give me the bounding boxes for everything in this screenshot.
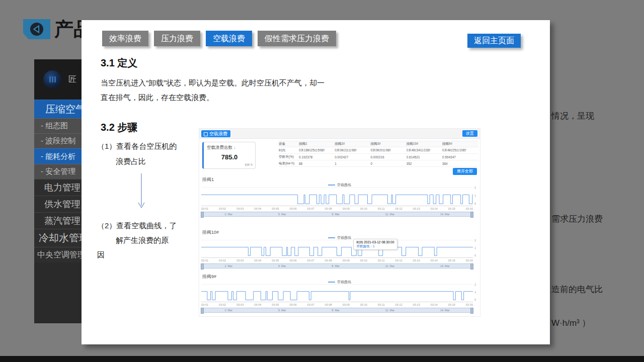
x-tick-label: 03-11 xyxy=(378,207,385,210)
table-cell: 0天18时25分59秒 xyxy=(299,148,335,153)
table-row: 空载率(%)0.1923780.0024270.0002160.6145210.… xyxy=(279,154,478,160)
tooltip-value: 空载曲线：1 xyxy=(356,244,394,248)
device-waste-table: 设备排阀1排阀2#排阀3#排阀10#排阀9#时间0天18时25分59秒0天0时1… xyxy=(279,141,478,167)
table-cell: 0.594347 xyxy=(442,155,478,159)
y-axis-ticks: 210 xyxy=(474,240,480,258)
slide-stage: 产品 匠 压缩空气- 组态图- 波段控制- 能耗分析- 安全管理电力管理供水管理… xyxy=(0,0,644,362)
table-cell: 1 xyxy=(335,162,370,165)
return-home-button[interactable]: 返回主页面 xyxy=(467,34,521,48)
x-tick-label: 03-02 xyxy=(219,303,226,306)
x-tick-label: 03-14 xyxy=(431,303,438,306)
steps-heading: 3.2 步骤 xyxy=(101,121,137,134)
idle-curve-line xyxy=(201,188,473,206)
x-tick-label: 03-05 xyxy=(272,207,279,210)
x-tick-label: 03-11 xyxy=(378,259,385,262)
x-tick-label: 03-15 xyxy=(448,259,455,262)
x-tick-label: 03-12 xyxy=(395,303,402,306)
expand-all-button[interactable]: 展开全部 xyxy=(453,168,477,175)
background-text-fragment: W·h/m³ ） xyxy=(551,317,590,329)
chart-navigator[interactable]: 2. Mar5. Mar8. Mar11. Mar14. Mar xyxy=(201,263,473,268)
x-tick-label: 03-13 xyxy=(413,303,420,306)
chart-navigator[interactable]: 2. Mar5. Mar8. Mar11. Mar14. Mar xyxy=(201,308,473,313)
step-2-line1: （2）查看空载曲线，了 xyxy=(97,218,177,233)
x-tick-label: 03-03 xyxy=(236,259,244,262)
dashboard-header: 空载浪费 设置 xyxy=(199,129,480,139)
step-2-text: （2）查看空载曲线，了 解产生浪费的原 因 xyxy=(97,218,177,262)
x-tick-label: 03-07 xyxy=(307,207,314,210)
table-row: 时间0天18时25分59秒0天0时11分9秒0天0时0分9秒0天4时34分22秒… xyxy=(279,147,478,154)
tab-item[interactable]: 压力浪费 xyxy=(154,31,200,46)
y-tick-label: 2 xyxy=(474,283,476,286)
back-icon[interactable] xyxy=(23,19,50,39)
table-cell: 0.192378 xyxy=(299,155,335,159)
down-arrow-icon xyxy=(136,172,147,213)
x-tick-label: 03-10 xyxy=(360,259,367,262)
x-tick-label: 03-16 xyxy=(466,259,473,262)
y-axis-ticks: 210 xyxy=(474,187,480,206)
x-tick-label: 03-07 xyxy=(307,303,314,306)
content-panel: 效率浪费压力浪费空载浪费假性需求压力浪费 返回主页面 3.1 定义 当空压机进入… xyxy=(82,20,550,344)
navigator-date-label: 14. Mar xyxy=(440,309,450,312)
idle-curve-line xyxy=(201,240,473,257)
y-tick-label: 2 xyxy=(474,239,476,242)
chart-navigator[interactable]: 2. Mar5. Mar8. Mar11. Mar14. Mar xyxy=(201,212,473,217)
x-tick-label: 03-08 xyxy=(325,207,332,210)
navigator-date-label: 14. Mar xyxy=(440,213,450,216)
x-tick-label: 03-09 xyxy=(343,259,350,262)
navigator-date-label: 14. Mar xyxy=(440,264,450,267)
table-cell: 352 xyxy=(407,162,442,165)
back-arrow-glyph xyxy=(29,22,44,37)
navigator-date-label: 5. Mar xyxy=(278,213,286,216)
x-tick-label: 03-11 xyxy=(378,303,385,306)
x-tick-label: 03-13 xyxy=(413,259,420,262)
line-chart-plot[interactable] xyxy=(201,187,473,206)
waste-type-tabs: 效率浪费压力浪费空载浪费假性需求压力浪费 xyxy=(102,31,336,46)
x-tick-label: 03-03 xyxy=(236,303,244,306)
sidebar-brand-text: 匠 xyxy=(68,74,76,85)
table-cell: 电量(kw·h) xyxy=(279,161,299,166)
step-2-line3: 因 xyxy=(97,247,177,262)
chart-tooltip: 时间 2021-03-12 08:30:00 空载曲线：1 xyxy=(353,239,397,250)
table-cell: 排阀9# xyxy=(442,142,478,146)
x-tick-label: 03-08 xyxy=(325,303,332,306)
y-tick-label: 1 xyxy=(474,246,476,249)
table-cell: 排阀2# xyxy=(335,142,370,146)
x-tick-label: 03-01 xyxy=(201,303,208,306)
waste-total-card: 空载浪费总数： 785.0 kW·h xyxy=(202,142,256,169)
y-tick-label: 1 xyxy=(474,194,476,197)
x-tick-label: 03-10 xyxy=(360,207,367,210)
table-cell: 设备 xyxy=(279,142,299,146)
table-cell: 0 xyxy=(370,162,406,165)
navigator-date-label: 2. Mar xyxy=(224,264,232,267)
app-logo-icon xyxy=(43,70,61,88)
line-chart-plot[interactable]: 时间 2021-03-12 08:30:00 空载曲线：1 xyxy=(201,240,473,258)
x-tick-label: 03-13 xyxy=(413,207,420,210)
settings-button[interactable]: 设置 xyxy=(462,130,477,137)
y-tick-label: 2 xyxy=(474,186,476,189)
x-axis-labels: 03-0103-0203-0303-0403-0503-0603-0703-08… xyxy=(201,207,473,210)
dashboard-title-badge[interactable]: 空载浪费 xyxy=(201,130,230,137)
definition-line2: 直在排气，因此，存在空载浪费。 xyxy=(101,90,365,105)
waste-total-unit: kW·h xyxy=(245,163,253,166)
table-cell: 0.000216 xyxy=(370,155,406,159)
table-cell: 364 xyxy=(442,162,478,165)
x-tick-label: 03-01 xyxy=(201,207,208,210)
logo-bars-icon xyxy=(49,76,56,82)
x-tick-label: 03-07 xyxy=(307,259,314,262)
table-cell: 0.614521 xyxy=(407,155,442,159)
navigator-date-label: 11. Mar xyxy=(385,264,394,267)
tab-active[interactable]: 空载浪费 xyxy=(206,31,252,46)
x-tick-label: 03-02 xyxy=(219,207,226,210)
tab-item[interactable]: 效率浪费 xyxy=(102,31,148,46)
y-tick-label: 1 xyxy=(474,291,476,294)
bottom-black-bar xyxy=(0,356,644,362)
tab-item[interactable]: 假性需求压力浪费 xyxy=(258,31,336,46)
y-tick-label: 0 xyxy=(474,254,476,257)
line-chart-plot[interactable] xyxy=(201,284,473,302)
navigator-date-label: 8. Mar xyxy=(332,213,340,216)
x-tick-label: 03-14 xyxy=(431,207,438,210)
navigator-date-label: 2. Mar xyxy=(224,309,232,312)
x-tick-label: 03-06 xyxy=(289,207,296,210)
x-tick-label: 03-04 xyxy=(254,303,261,306)
waste-total-label: 空载浪费总数： xyxy=(207,145,237,151)
